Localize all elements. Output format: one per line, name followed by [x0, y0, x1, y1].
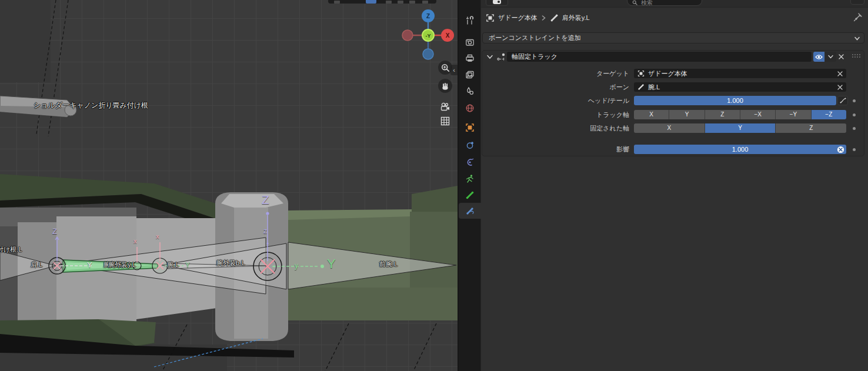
object-icon — [465, 123, 475, 132]
scene-icon — [465, 86, 475, 96]
snap-toggle-partial[interactable] — [366, 0, 376, 4]
render-icon — [465, 38, 475, 47]
locked-axis-y[interactable]: Y — [705, 123, 776, 133]
topbar-partial-button[interactable] — [850, 0, 864, 5]
svg-text:-Y: -Y — [426, 33, 431, 39]
clear-target-icon[interactable] — [837, 71, 843, 76]
svg-text:X: X — [446, 32, 450, 39]
camera-view-button[interactable] — [438, 100, 452, 114]
bone-label: ボーン — [482, 82, 629, 92]
navigation-gizmo[interactable]: Z X -Y — [385, 5, 456, 63]
tab-object-data[interactable] — [459, 171, 481, 186]
world-icon — [465, 103, 475, 113]
tab-physics[interactable] — [459, 137, 481, 153]
track-axis-z[interactable]: Z — [705, 110, 740, 119]
tab-tool[interactable] — [459, 12, 481, 28]
hand-icon — [441, 82, 449, 90]
object-icon — [637, 70, 645, 77]
properties-topbar: 検索 — [481, 0, 868, 8]
svg-text:Z: Z — [426, 13, 430, 19]
constraint-extras-dropdown[interactable] — [825, 52, 836, 62]
chevron-down-icon — [828, 55, 833, 59]
tab-view-layer[interactable] — [459, 66, 481, 82]
grid-icon — [440, 116, 450, 126]
object-icon — [486, 14, 495, 22]
clear-override-icon[interactable] — [837, 146, 844, 153]
track-axis-label: トラック軸 — [482, 110, 629, 120]
bone-constraints-icon — [465, 206, 475, 216]
add-bone-constraint-button[interactable]: ボーンコンストレイントを追加 — [482, 32, 864, 44]
influence-label: 影響 — [482, 145, 629, 155]
eye-icon — [815, 54, 823, 60]
animate-decorator[interactable] — [853, 127, 856, 130]
bone-value: 腕.L — [648, 83, 660, 92]
tab-constraints[interactable] — [459, 154, 481, 170]
constraint-name-field[interactable]: 軸固定トラック — [507, 52, 812, 62]
camera-icon — [440, 102, 450, 112]
influence-slider[interactable]: 1.000 — [634, 145, 846, 154]
tab-output[interactable] — [459, 50, 481, 66]
pan-button[interactable] — [438, 79, 452, 93]
head-tail-slider[interactable]: 1.000 — [634, 96, 836, 105]
track-axis-segmented: X Y Z −X −Y −Z — [634, 110, 846, 119]
constraint-delete-button[interactable] — [836, 52, 846, 62]
bbone-curve-toggle[interactable] — [837, 96, 848, 105]
locked-axis-label: 固定された軸 — [482, 123, 629, 133]
head-tail-label: ヘッド/テール — [482, 96, 629, 106]
constraint-visibility-toggle[interactable] — [813, 52, 824, 62]
target-label: ターゲット — [482, 69, 629, 79]
tab-bone[interactable] — [459, 187, 481, 203]
tab-world[interactable] — [459, 100, 481, 116]
viewport-3d[interactable]: ショルダーキャノン折り畳み付け根 付け根.L 肩.L 腕外装a.L 腕外装y.L… — [0, 0, 458, 371]
constraints-icon — [465, 158, 475, 167]
breadcrumb-object[interactable]: ザドーグ本体 — [498, 14, 538, 22]
properties-search[interactable]: 検索 — [627, 0, 702, 6]
chevron-down-icon — [854, 36, 860, 41]
target-value: ザドーグ本体 — [648, 69, 687, 78]
bone-field[interactable]: 腕.L — [634, 82, 846, 92]
armature-data-icon — [465, 174, 475, 183]
animate-decorator[interactable] — [853, 99, 856, 102]
track-axis-neg-x[interactable]: −X — [740, 110, 775, 119]
track-axis-neg-y[interactable]: −Y — [776, 110, 810, 119]
locked-axis-x[interactable]: X — [634, 123, 705, 133]
blender-window: ショルダーキャノン折り畳み付け根 付け根.L 肩.L 腕外装a.L 腕外装y.L… — [0, 0, 868, 371]
bone-icon — [637, 83, 645, 91]
view-layer-icon — [465, 70, 475, 79]
editor-type-button[interactable] — [486, 0, 508, 6]
bone-icon — [550, 14, 559, 22]
clear-bone-icon[interactable] — [837, 85, 843, 90]
tool-icon — [465, 16, 475, 25]
gizmo-minus-x-axis[interactable] — [402, 30, 413, 41]
grid-toggle-button[interactable] — [438, 114, 452, 128]
zoom-icon — [441, 63, 450, 72]
locked-axis-z[interactable]: Z — [776, 123, 846, 133]
sidebar-collapse-arrow[interactable]: ‹ — [450, 65, 458, 75]
locked-axis-segmented: X Y Z — [634, 123, 846, 133]
constraint-drag-handle[interactable] — [852, 54, 862, 59]
pin-icon[interactable] — [853, 12, 863, 22]
properties-content: 検索 ザドーグ本体 肩外装y.L — [481, 0, 868, 371]
tab-scene[interactable] — [459, 83, 481, 99]
animate-decorator[interactable] — [853, 148, 856, 151]
breadcrumb: ザドーグ本体 肩外装y.L — [486, 12, 590, 24]
tab-object[interactable] — [459, 119, 481, 135]
gizmo-minus-z-axis[interactable] — [423, 49, 433, 59]
properties-tab-bar — [459, 0, 481, 371]
expand-chevron-icon[interactable] — [487, 55, 493, 59]
track-axis-neg-z[interactable]: −Z — [812, 110, 846, 119]
viewport-header-partial[interactable] — [328, 0, 436, 4]
search-icon — [632, 0, 638, 5]
search-placeholder: 検索 — [641, 0, 653, 7]
track-axis-x[interactable]: X — [634, 110, 669, 119]
bone-icon — [465, 190, 475, 200]
constraint-panel-header[interactable]: 軸固定トラック — [482, 51, 864, 63]
tab-bone-constraints[interactable] — [459, 203, 481, 219]
physics-icon — [465, 141, 475, 150]
track-axis-y[interactable]: Y — [669, 110, 704, 119]
breadcrumb-bone[interactable]: 肩外装y.L — [562, 14, 590, 22]
animate-decorator[interactable] — [853, 113, 856, 116]
target-field[interactable]: ザドーグ本体 — [634, 69, 846, 78]
tab-render[interactable] — [459, 34, 481, 50]
fcurve-icon — [840, 98, 846, 103]
